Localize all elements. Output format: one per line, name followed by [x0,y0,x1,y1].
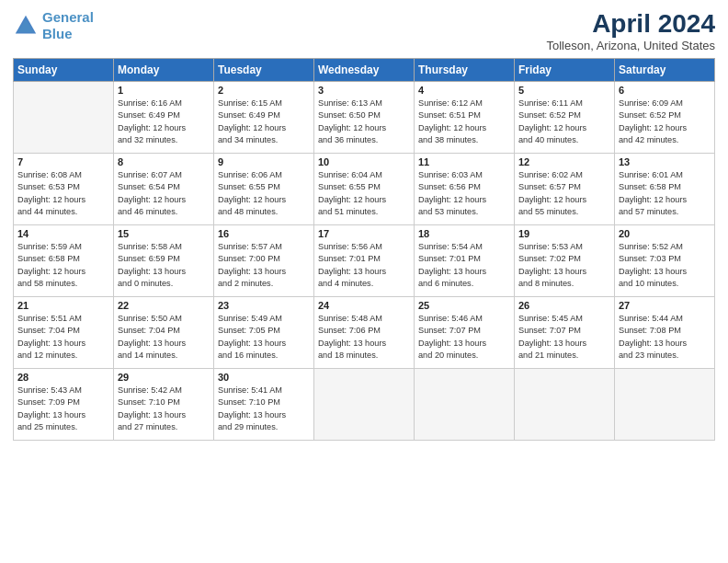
day-info: Sunrise: 5:46 AM Sunset: 7:07 PM Dayligh… [418,313,510,362]
calendar-body: 1Sunrise: 6:16 AM Sunset: 6:49 PM Daylig… [14,82,715,441]
page-container: General Blue April 2024 Tolleson, Arizon… [0,0,728,450]
day-cell: 16Sunrise: 5:57 AM Sunset: 7:00 PM Dayli… [214,225,314,297]
day-number: 25 [418,300,510,311]
week-row-5: 28Sunrise: 5:43 AM Sunset: 7:09 PM Dayli… [14,369,715,441]
logo-general: General [42,9,94,25]
day-cell: 4Sunrise: 6:12 AM Sunset: 6:51 PM Daylig… [415,82,515,154]
week-row-2: 7Sunrise: 6:08 AM Sunset: 6:53 PM Daylig… [14,154,715,225]
day-number: 4 [418,85,510,96]
day-number: 17 [318,228,410,239]
day-cell: 26Sunrise: 5:45 AM Sunset: 7:07 PM Dayli… [515,297,615,369]
day-cell: 24Sunrise: 5:48 AM Sunset: 7:06 PM Dayli… [314,297,415,369]
day-info: Sunrise: 5:59 AM Sunset: 6:58 PM Dayligh… [17,241,109,290]
day-number: 29 [118,372,210,383]
logo: General Blue [13,9,94,42]
day-info: Sunrise: 6:08 AM Sunset: 6:53 PM Dayligh… [17,169,109,218]
day-cell: 1Sunrise: 6:16 AM Sunset: 6:49 PM Daylig… [114,82,214,154]
header: General Blue April 2024 Tolleson, Arizon… [13,9,715,52]
day-number: 15 [118,228,210,239]
day-cell [615,369,715,441]
day-cell: 11Sunrise: 6:03 AM Sunset: 6:56 PM Dayli… [415,154,515,225]
day-cell: 6Sunrise: 6:09 AM Sunset: 6:52 PM Daylig… [615,82,715,154]
day-number: 26 [518,300,610,311]
day-number: 11 [418,156,510,167]
day-number: 22 [118,300,210,311]
day-cell: 25Sunrise: 5:46 AM Sunset: 7:07 PM Dayli… [415,297,515,369]
day-info: Sunrise: 6:07 AM Sunset: 6:54 PM Dayligh… [118,169,210,218]
day-info: Sunrise: 6:09 AM Sunset: 6:52 PM Dayligh… [619,98,711,146]
day-cell [415,369,515,441]
day-cell [515,369,615,441]
day-cell: 20Sunrise: 5:52 AM Sunset: 7:03 PM Dayli… [615,225,715,297]
day-info: Sunrise: 5:41 AM Sunset: 7:10 PM Dayligh… [218,385,310,433]
day-number: 5 [518,85,610,96]
day-number: 19 [518,228,610,239]
day-cell: 23Sunrise: 5:49 AM Sunset: 7:05 PM Dayli… [214,297,314,369]
day-info: Sunrise: 5:54 AM Sunset: 7:01 PM Dayligh… [418,241,510,290]
day-info: Sunrise: 5:48 AM Sunset: 7:06 PM Dayligh… [318,313,410,362]
day-cell: 29Sunrise: 5:42 AM Sunset: 7:10 PM Dayli… [114,369,214,441]
day-number: 24 [318,300,410,311]
col-thursday: Thursday [415,59,515,82]
day-info: Sunrise: 6:03 AM Sunset: 6:56 PM Dayligh… [418,169,510,218]
day-info: Sunrise: 5:42 AM Sunset: 7:10 PM Dayligh… [118,385,210,433]
header-row: Sunday Monday Tuesday Wednesday Thursday… [14,59,715,82]
col-saturday: Saturday [615,59,715,82]
day-number: 16 [218,228,310,239]
day-cell: 3Sunrise: 6:13 AM Sunset: 6:50 PM Daylig… [314,82,415,154]
day-cell: 28Sunrise: 5:43 AM Sunset: 7:09 PM Dayli… [14,369,114,441]
week-row-1: 1Sunrise: 6:16 AM Sunset: 6:49 PM Daylig… [14,82,715,154]
day-cell: 18Sunrise: 5:54 AM Sunset: 7:01 PM Dayli… [415,225,515,297]
day-number: 28 [17,372,109,383]
day-number: 7 [17,156,109,167]
day-cell: 17Sunrise: 5:56 AM Sunset: 7:01 PM Dayli… [314,225,415,297]
day-number: 9 [218,156,310,167]
day-cell: 12Sunrise: 6:02 AM Sunset: 6:57 PM Dayli… [515,154,615,225]
day-cell [14,82,114,154]
day-number: 20 [619,228,711,239]
day-cell: 19Sunrise: 5:53 AM Sunset: 7:02 PM Dayli… [515,225,615,297]
logo-text: General Blue [42,9,94,42]
day-cell: 2Sunrise: 6:15 AM Sunset: 6:49 PM Daylig… [214,82,314,154]
day-info: Sunrise: 6:06 AM Sunset: 6:55 PM Dayligh… [218,169,310,218]
day-info: Sunrise: 5:51 AM Sunset: 7:04 PM Dayligh… [17,313,109,362]
week-row-4: 21Sunrise: 5:51 AM Sunset: 7:04 PM Dayli… [14,297,715,369]
col-tuesday: Tuesday [214,59,314,82]
day-cell: 27Sunrise: 5:44 AM Sunset: 7:08 PM Dayli… [615,297,715,369]
day-cell: 15Sunrise: 5:58 AM Sunset: 6:59 PM Dayli… [114,225,214,297]
day-info: Sunrise: 5:58 AM Sunset: 6:59 PM Dayligh… [118,241,210,290]
day-info: Sunrise: 5:57 AM Sunset: 7:00 PM Dayligh… [218,241,310,290]
week-row-3: 14Sunrise: 5:59 AM Sunset: 6:58 PM Dayli… [14,225,715,297]
day-number: 21 [17,300,109,311]
day-number: 2 [218,85,310,96]
col-sunday: Sunday [14,59,114,82]
day-number: 10 [318,156,410,167]
day-cell: 7Sunrise: 6:08 AM Sunset: 6:53 PM Daylig… [14,154,114,225]
day-cell: 21Sunrise: 5:51 AM Sunset: 7:04 PM Dayli… [14,297,114,369]
day-info: Sunrise: 6:01 AM Sunset: 6:58 PM Dayligh… [619,169,711,218]
day-cell: 9Sunrise: 6:06 AM Sunset: 6:55 PM Daylig… [214,154,314,225]
logo-blue: Blue [42,26,73,41]
day-number: 8 [118,156,210,167]
day-info: Sunrise: 5:50 AM Sunset: 7:04 PM Dayligh… [118,313,210,362]
title-block: April 2024 Tolleson, Arizona, United Sta… [546,9,715,52]
day-number: 12 [518,156,610,167]
day-info: Sunrise: 5:52 AM Sunset: 7:03 PM Dayligh… [619,241,711,290]
col-monday: Monday [114,59,214,82]
day-number: 27 [619,300,711,311]
day-info: Sunrise: 6:13 AM Sunset: 6:50 PM Dayligh… [318,98,410,146]
day-number: 18 [418,228,510,239]
day-info: Sunrise: 6:02 AM Sunset: 6:57 PM Dayligh… [518,169,610,218]
day-info: Sunrise: 5:44 AM Sunset: 7:08 PM Dayligh… [619,313,711,362]
day-info: Sunrise: 6:11 AM Sunset: 6:52 PM Dayligh… [518,98,610,146]
day-info: Sunrise: 6:16 AM Sunset: 6:49 PM Dayligh… [118,98,210,146]
day-number: 6 [619,85,711,96]
day-info: Sunrise: 6:04 AM Sunset: 6:55 PM Dayligh… [318,169,410,218]
day-cell: 13Sunrise: 6:01 AM Sunset: 6:58 PM Dayli… [615,154,715,225]
col-wednesday: Wednesday [314,59,415,82]
day-cell: 22Sunrise: 5:50 AM Sunset: 7:04 PM Dayli… [114,297,214,369]
day-cell: 30Sunrise: 5:41 AM Sunset: 7:10 PM Dayli… [214,369,314,441]
calendar-table: Sunday Monday Tuesday Wednesday Thursday… [13,58,715,441]
day-info: Sunrise: 6:12 AM Sunset: 6:51 PM Dayligh… [418,98,510,146]
logo-icon [13,13,39,39]
